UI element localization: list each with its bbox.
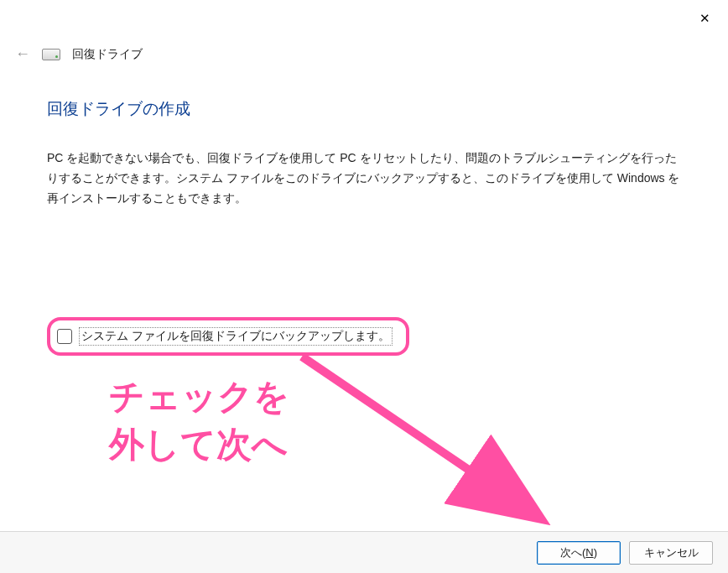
backup-checkbox[interactable] (57, 329, 72, 344)
cancel-button-label: キャンセル (644, 545, 699, 560)
description-text: PC を起動できない場合でも、回復ドライブを使用して PC をリセットしたり、問… (47, 148, 681, 208)
annotation-highlight-box: システム ファイルを回復ドライブにバックアップします。 (47, 317, 409, 356)
drive-icon (42, 49, 60, 60)
annotation-line-1: チェックを (109, 373, 289, 421)
cancel-button[interactable]: キャンセル (629, 541, 713, 565)
close-button[interactable]: ✕ (691, 7, 718, 30)
wizard-content: 回復ドライブの作成 PC を起動できない場合でも、回復ドライブを使用して PC … (0, 63, 728, 356)
svg-line-1 (302, 357, 537, 516)
next-button-label-prefix: 次へ( (560, 545, 585, 560)
page-heading: 回復ドライブの作成 (47, 98, 681, 120)
window-title: 回復ドライブ (72, 47, 143, 62)
wizard-header: ← 回復ドライブ (0, 34, 728, 63)
annotation-text: チェックを 外して次へ (109, 373, 289, 468)
close-icon: ✕ (699, 11, 710, 26)
button-bar: 次へ(N) キャンセル (0, 531, 728, 573)
next-button[interactable]: 次へ(N) (537, 541, 621, 565)
next-button-label-suffix: ) (594, 546, 597, 559)
backup-checkbox-label[interactable]: システム ファイルを回復ドライブにバックアップします。 (79, 327, 393, 346)
titlebar: ✕ (0, 0, 728, 34)
annotation-arrow (294, 348, 579, 541)
next-button-label-key: N (585, 546, 593, 559)
back-arrow-icon: ← (15, 45, 30, 63)
annotation-line-2: 外して次へ (109, 421, 289, 469)
